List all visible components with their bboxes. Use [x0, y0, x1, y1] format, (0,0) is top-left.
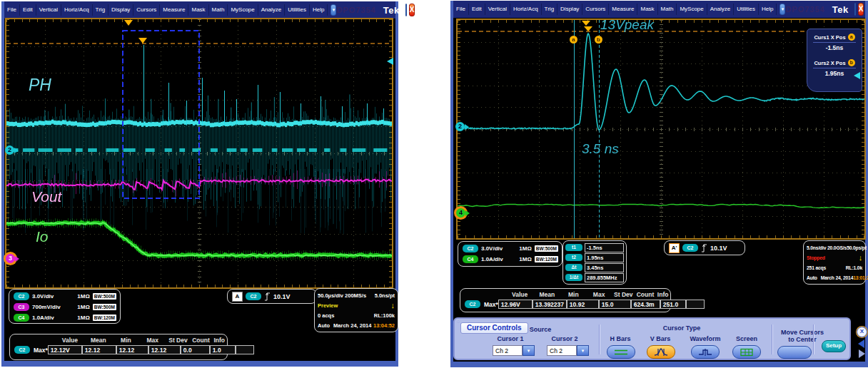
menu-item-myscope[interactable]: MyScope — [228, 4, 258, 16]
trigger-source-badge: C2 — [246, 292, 261, 300]
cursor-b-tag: b — [848, 59, 855, 66]
menu-item-measure[interactable]: Measure — [609, 4, 637, 15]
trigger-level-arrow-icon[interactable] — [854, 72, 860, 79]
measurement-row[interactable]: C2 Max* 12.96V 13.392237 10.92 15.0 624.… — [460, 300, 670, 309]
channel-row[interactable]: C4 1.0A/div 1MΩ BW:120M — [9, 312, 120, 323]
panel-close-button[interactable]: X — [857, 327, 867, 337]
minimize-button[interactable] — [854, 3, 856, 16]
divider — [599, 324, 600, 354]
menu-item-math[interactable]: Math — [209, 4, 228, 16]
channel-badge: C2 — [465, 300, 480, 308]
channel-row[interactable]: C4 1.0A/div 1MΩ BW:120M — [458, 254, 562, 265]
menu-item-horizacq[interactable]: Horiz/Acq — [61, 4, 93, 16]
menu-item-mask[interactable]: Mask — [637, 4, 657, 15]
channel-readout-box: C2 3.0V/div 1MΩ BW:500M C4 1.0A/div 1MΩ … — [458, 241, 562, 267]
panel-collapse-right-icon[interactable] — [859, 349, 865, 358]
menu-item-help[interactable]: Help — [759, 4, 777, 15]
trigger-readout-box[interactable]: A C2 10.1V — [227, 289, 317, 304]
menu-items: FileEditVerticalHoriz/AcqTrigDisplayCurs… — [4, 1, 328, 19]
t1-value: -1.5ns — [585, 243, 624, 252]
channel-row[interactable]: C3 700mV/div 1MΩ BW:500M — [9, 302, 120, 312]
menu-item-cursors[interactable]: Cursors — [133, 4, 160, 16]
menu-item-edit[interactable]: Edit — [20, 4, 36, 16]
trigger-readout-box[interactable]: A' C2 10.1V — [664, 240, 745, 255]
channel-scale: 1.0A/div — [32, 315, 54, 321]
cursor1-pos-label: Curs1 X Pos — [814, 34, 845, 41]
menu-item-display[interactable]: Display — [108, 4, 133, 16]
menu-item-trig[interactable]: Trig — [93, 4, 108, 16]
source-section-label: Source — [498, 326, 583, 333]
panel-collapse-left-icon[interactable] — [858, 339, 864, 348]
divider — [813, 42, 856, 43]
waveform-button[interactable] — [691, 345, 720, 359]
model-watermark: DPO7354 — [785, 5, 824, 14]
cursor2-source-value: Ch 2 — [547, 345, 577, 356]
menu-item-vertical[interactable]: Vertical — [485, 4, 510, 15]
date: March 24, 2014 — [821, 275, 854, 280]
date: March 24, 2014 — [333, 322, 371, 329]
cursor1-source-dropdown[interactable]: Ch 2 ▼ — [493, 345, 535, 356]
channel3-marker[interactable]: 3 — [6, 254, 15, 263]
h-bars-button[interactable] — [607, 345, 635, 359]
acq-status: Preview — [318, 302, 338, 309]
channel-badge: C4 — [463, 255, 478, 263]
menu-item-display[interactable]: Display — [557, 4, 582, 15]
menu-item-mask[interactable]: Mask — [188, 4, 208, 16]
meas-header: Max — [586, 291, 612, 298]
menu-overflow-button[interactable]: ▼ — [779, 4, 785, 15]
v-bars-button[interactable] — [647, 345, 675, 359]
cursor-readout-row: 1/Δt 289.855MHz — [565, 272, 624, 282]
chevron-down-icon: ▼ — [331, 8, 335, 12]
cursor-readout-row: t1 -1.5ns — [565, 242, 624, 252]
channel2-marker[interactable]: 2 — [455, 122, 465, 131]
menu-overflow-button[interactable]: ▼ — [330, 4, 336, 16]
sample-rate: 20.0GS/s — [827, 245, 847, 250]
chevron-down-icon[interactable]: ▼ — [523, 345, 535, 356]
menu-item-analyze[interactable]: Analyze — [707, 4, 734, 15]
setup-button[interactable]: Setup — [822, 340, 846, 352]
measurement-headers: Value Mean Min Max St Dev Count Info — [506, 291, 670, 298]
cursor-a-tag[interactable]: a — [570, 36, 577, 44]
panel-grip-icon[interactable]: ⁘ — [456, 320, 460, 324]
measurement-row[interactable]: C2 Max* 12.12V 12.12 12.12 12.12 0.0 1.0 — [10, 345, 227, 354]
minimize-button[interactable] — [405, 4, 407, 16]
screen-cursor-button[interactable] — [732, 345, 761, 359]
channel-row[interactable]: C2 3.0V/div 1MΩ BW:500M — [458, 243, 562, 254]
menu-item-math[interactable]: Math — [658, 4, 677, 15]
acq-status: Stopped — [807, 255, 825, 260]
menu-item-file[interactable]: File — [4, 4, 20, 16]
measurement-table: Value Mean Min Max St Dev Count Info C2 … — [9, 334, 228, 360]
channel-row[interactable]: C2 3.0V/div 1MΩ BW:500M — [9, 291, 120, 302]
menu-item-utilities[interactable]: Utilities — [734, 4, 759, 15]
measurement-name: Max* — [484, 301, 498, 308]
move-cursors-to-center-button[interactable] — [777, 346, 812, 359]
cursor2-source-dropdown[interactable]: Ch 2 ▼ — [547, 345, 589, 356]
t2-value: 1.95ns — [585, 253, 624, 262]
menu-item-edit[interactable]: Edit — [469, 4, 485, 15]
menu-item-myscope[interactable]: MyScope — [677, 4, 707, 15]
channel2-marker[interactable]: 2 — [5, 145, 14, 155]
cursor-b-tag[interactable]: b — [595, 36, 602, 44]
menu-bar: FileEditVerticalHoriz/AcqTrigDisplayCurs… — [453, 1, 865, 18]
trigger-level-arrow-icon[interactable] — [387, 58, 393, 65]
channel4-marker[interactable]: 4 — [456, 208, 465, 218]
chevron-down-icon[interactable]: ▼ — [577, 345, 589, 356]
menu-item-measure[interactable]: Measure — [160, 4, 188, 16]
channel2-marker-label: 2 — [8, 146, 11, 153]
marker-arrow-icon — [465, 124, 469, 130]
meas-header: Info — [655, 291, 670, 298]
close-button[interactable]: X — [409, 4, 415, 16]
menu-items: FileEditVerticalHoriz/AcqTrigDisplayCurs… — [453, 1, 777, 18]
acquisition-readout-box: 50.0µs/div 200MS/s 5.0ns/pt Preview ↓ 0 … — [314, 288, 398, 332]
menu-item-cursors[interactable]: Cursors — [582, 4, 609, 15]
trigger-mode-badge: A' — [669, 243, 680, 253]
close-button[interactable]: X — [858, 3, 864, 16]
menu-item-utilities[interactable]: Utilities — [285, 4, 310, 16]
menu-item-trig[interactable]: Trig — [542, 4, 557, 15]
menu-item-vertical[interactable]: Vertical — [36, 4, 61, 16]
channel-scale: 700mV/div — [32, 304, 61, 310]
menu-item-horizacq[interactable]: Horiz/Acq — [510, 4, 542, 15]
menu-item-help[interactable]: Help — [310, 4, 328, 16]
menu-item-file[interactable]: File — [453, 4, 469, 15]
menu-item-analyze[interactable]: Analyze — [258, 4, 285, 16]
